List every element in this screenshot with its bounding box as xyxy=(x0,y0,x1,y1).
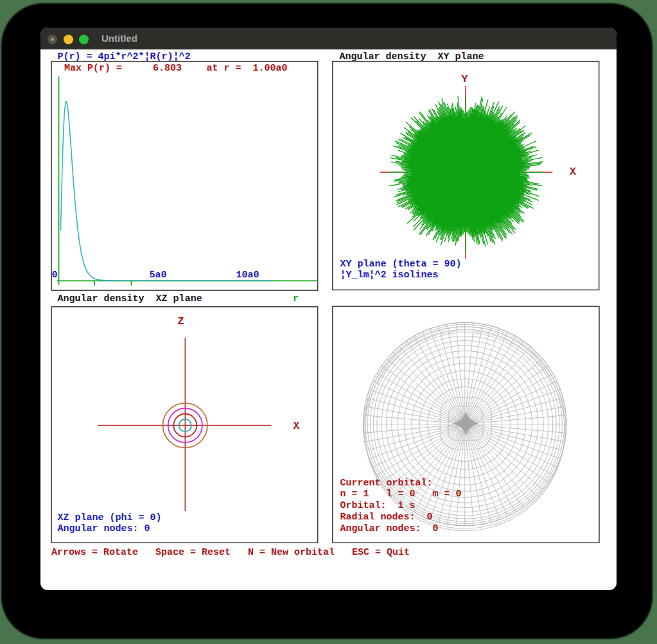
svg-text:XZ plane (phi = 0): XZ plane (phi = 0) xyxy=(57,512,161,523)
svg-text:Y: Y xyxy=(462,73,468,85)
svg-text:5a0: 5a0 xyxy=(149,270,166,281)
svg-text:Angular nodes: 0: Angular nodes: 0 xyxy=(57,523,150,534)
svg-text:XY plane (theta = 90): XY plane (theta = 90) xyxy=(340,259,461,270)
svg-text:Arrows = Rotate Space = Rese: Arrows = Rotate Space = Reset N = New or… xyxy=(51,547,410,558)
svg-text:Angular density XY plane: Angular density XY plane xyxy=(339,51,484,62)
svg-text:Angular nodes: 0: Angular nodes: 0 xyxy=(340,523,439,534)
svg-text:n = 1 l = 0 m = 0: n = 1 l = 0 m = 0 xyxy=(340,489,462,500)
svg-text:r: r xyxy=(293,293,299,304)
svg-text:Max P(r) =: Max P(r) = xyxy=(64,63,122,74)
svg-text:P(r) = 4pi*r^2*¦R(r)¦^2: P(r) = 4pi*r^2*¦R(r)¦^2 xyxy=(58,51,191,62)
svg-text:6.803: 6.803 xyxy=(153,63,182,74)
svg-text:Angular density XZ plane: Angular density XZ plane xyxy=(58,293,202,304)
svg-text:Orbital: 1 s: Orbital: 1 s xyxy=(340,500,416,511)
svg-text:at r = 1.00a0: at r = 1.00a0 xyxy=(207,63,288,74)
svg-text:0: 0 xyxy=(52,270,58,281)
svg-text:X: X xyxy=(293,420,300,432)
svg-text:X: X xyxy=(570,166,576,178)
svg-text:¦Y_lm¦^2 isolines: ¦Y_lm¦^2 isolines xyxy=(340,270,438,281)
svg-text:Current orbital:: Current orbital: xyxy=(340,478,433,489)
svg-text:Radial nodes: 0: Radial nodes: 0 xyxy=(340,512,433,523)
svg-text:10a0: 10a0 xyxy=(236,270,259,281)
svg-text:Z: Z xyxy=(178,315,184,327)
